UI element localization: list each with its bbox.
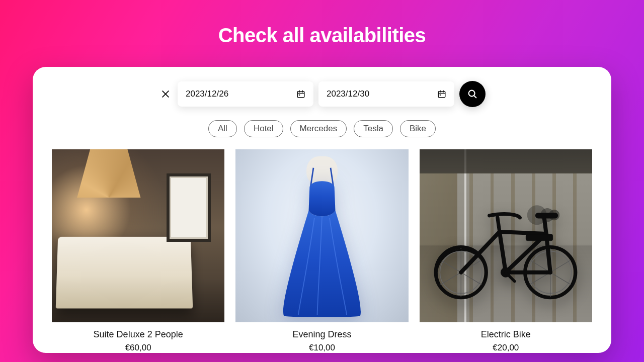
svg-line-25 (550, 260, 571, 272)
filter-pill-mercedes[interactable]: Mercedes (290, 120, 347, 137)
product-price: €60,00 (125, 343, 151, 353)
product-image (420, 149, 592, 322)
svg-rect-2 (297, 92, 304, 98)
end-date-value: 2023/12/30 (327, 89, 369, 99)
search-button[interactable] (459, 81, 486, 107)
product-title: Electric Bike (481, 329, 531, 340)
product-title: Suite Deluxe 2 People (94, 329, 183, 340)
end-date-field[interactable]: 2023/12/30 (318, 81, 454, 107)
clear-dates-button[interactable] (158, 87, 173, 101)
product-card[interactable]: Suite Deluxe 2 People €60,00 (52, 149, 224, 353)
filter-pill-all[interactable]: All (208, 120, 237, 137)
search-icon (467, 88, 478, 100)
start-date-field[interactable]: 2023/12/26 (178, 81, 313, 107)
results-panel: 2023/12/26 2023/12/30 All Hotel Mercedes… (33, 67, 611, 353)
svg-line-22 (441, 273, 461, 285)
product-grid: Suite Deluxe 2 People €60,00 (52, 149, 592, 353)
product-title: Evening Dress (292, 329, 351, 340)
product-image (52, 149, 224, 322)
start-date-value: 2023/12/26 (186, 89, 228, 99)
search-bar: 2023/12/26 2023/12/30 (52, 81, 592, 107)
product-price: €20,00 (493, 343, 519, 353)
svg-rect-6 (299, 95, 300, 96)
filter-pill-hotel[interactable]: Hotel (244, 120, 283, 137)
svg-line-21 (441, 260, 461, 272)
calendar-icon (437, 89, 446, 99)
svg-rect-30 (526, 234, 553, 241)
svg-rect-7 (438, 92, 445, 98)
filter-row: All Hotel Mercedes Tesla Bike (52, 120, 592, 137)
calendar-icon (296, 89, 305, 99)
filter-pill-bike[interactable]: Bike (400, 120, 436, 137)
product-image (235, 149, 408, 322)
close-icon (160, 89, 171, 99)
filter-pill-tesla[interactable]: Tesla (354, 120, 393, 137)
svg-line-26 (550, 273, 571, 285)
product-card[interactable]: Evening Dress €10,00 (235, 149, 408, 353)
page-title: Check all availabilities (218, 24, 426, 47)
svg-line-20 (461, 273, 481, 285)
product-card[interactable]: Electric Bike €20,00 (420, 149, 592, 353)
product-price: €10,00 (309, 343, 335, 353)
svg-rect-11 (440, 95, 441, 96)
svg-line-13 (474, 96, 476, 98)
